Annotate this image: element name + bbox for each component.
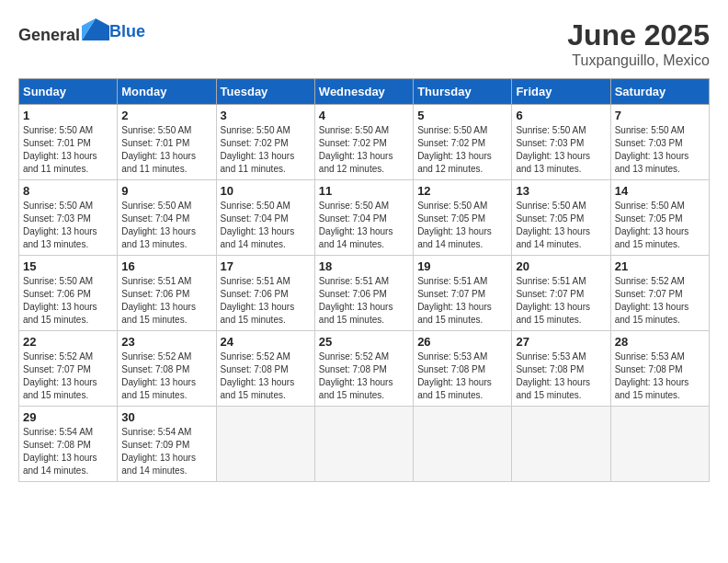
day-info-line: Sunset: 7:02 PM	[319, 138, 387, 148]
day-info-line: Sunrise: 5:50 AM	[23, 125, 93, 135]
day-number: 24	[221, 335, 311, 349]
day-info-line: Sunrise: 5:50 AM	[319, 125, 389, 135]
day-info: Sunrise: 5:54 AMSunset: 7:08 PMDaylight:…	[23, 426, 113, 477]
day-info: Sunrise: 5:50 AMSunset: 7:04 PMDaylight:…	[121, 200, 211, 251]
day-info-line: Daylight: 13 hours and 12 minutes.	[417, 151, 492, 174]
day-info-line: Sunset: 7:08 PM	[221, 364, 289, 374]
day-info-line: Sunset: 7:02 PM	[221, 138, 289, 148]
table-row: 1Sunrise: 5:50 AMSunset: 7:01 PMDaylight…	[19, 105, 118, 180]
calendar-body: 1Sunrise: 5:50 AMSunset: 7:01 PMDaylight…	[19, 105, 710, 482]
table-row: 6Sunrise: 5:50 AMSunset: 7:03 PMDaylight…	[512, 105, 610, 180]
day-info-line: Sunrise: 5:54 AM	[23, 427, 93, 437]
day-info: Sunrise: 5:52 AMSunset: 7:08 PMDaylight:…	[221, 350, 311, 402]
page-header: General Blue June 2025 Tuxpanguillo, Mex…	[18, 18, 710, 69]
table-row	[512, 407, 610, 482]
day-number: 10	[221, 184, 311, 198]
day-info-line: Sunrise: 5:52 AM	[615, 276, 685, 286]
table-row: 24Sunrise: 5:52 AMSunset: 7:08 PMDayligh…	[216, 331, 314, 407]
table-row: 7Sunrise: 5:50 AMSunset: 7:03 PMDaylight…	[610, 105, 709, 180]
day-number: 9	[121, 184, 211, 198]
day-info-line: Sunset: 7:08 PM	[121, 364, 189, 374]
day-info-line: Sunrise: 5:53 AM	[615, 351, 685, 362]
logo-icon	[82, 18, 109, 40]
day-number: 19	[417, 259, 507, 273]
day-info: Sunrise: 5:52 AMSunset: 7:08 PMDaylight:…	[319, 350, 409, 402]
table-row: 29Sunrise: 5:54 AMSunset: 7:08 PMDayligh…	[19, 407, 118, 482]
day-info-line: Sunset: 7:07 PM	[417, 289, 485, 299]
day-number: 30	[121, 410, 211, 424]
day-info-line: Sunrise: 5:52 AM	[23, 351, 93, 362]
day-info-line: Sunset: 7:05 PM	[615, 213, 683, 224]
day-info: Sunrise: 5:50 AMSunset: 7:04 PMDaylight:…	[221, 200, 311, 251]
day-info: Sunrise: 5:51 AMSunset: 7:07 PMDaylight:…	[516, 275, 606, 327]
table-row: 4Sunrise: 5:50 AMSunset: 7:02 PMDaylight…	[314, 105, 413, 180]
day-info: Sunrise: 5:50 AMSunset: 7:02 PMDaylight:…	[221, 124, 311, 176]
day-info-line: Sunset: 7:03 PM	[615, 138, 683, 148]
table-row: 15Sunrise: 5:50 AMSunset: 7:06 PMDayligh…	[19, 256, 118, 331]
day-info: Sunrise: 5:50 AMSunset: 7:05 PMDaylight:…	[417, 200, 507, 251]
table-row	[610, 407, 709, 482]
table-row	[216, 407, 314, 482]
day-info-line: Daylight: 13 hours and 13 minutes.	[121, 226, 196, 249]
day-info: Sunrise: 5:53 AMSunset: 7:08 PMDaylight:…	[615, 350, 705, 402]
day-info: Sunrise: 5:50 AMSunset: 7:05 PMDaylight:…	[516, 200, 606, 251]
day-number: 8	[23, 184, 113, 198]
day-info-line: Sunrise: 5:51 AM	[121, 276, 191, 286]
day-info-line: Sunrise: 5:50 AM	[121, 201, 191, 211]
day-info-line: Sunrise: 5:50 AM	[615, 125, 685, 135]
day-info: Sunrise: 5:50 AMSunset: 7:02 PMDaylight:…	[319, 124, 409, 176]
day-info-line: Sunset: 7:07 PM	[23, 364, 91, 374]
table-row: 9Sunrise: 5:50 AMSunset: 7:04 PMDaylight…	[118, 180, 216, 256]
table-row: 2Sunrise: 5:50 AMSunset: 7:01 PMDaylight…	[118, 105, 216, 180]
month-title: June 2025	[567, 18, 710, 52]
day-info-line: Sunset: 7:06 PM	[319, 289, 387, 299]
day-info-line: Daylight: 13 hours and 15 minutes.	[121, 377, 196, 400]
day-info-line: Daylight: 13 hours and 14 minutes.	[516, 226, 590, 249]
table-row: 17Sunrise: 5:51 AMSunset: 7:06 PMDayligh…	[216, 256, 314, 331]
day-info-line: Daylight: 13 hours and 14 minutes.	[221, 226, 295, 249]
day-info-line: Sunset: 7:04 PM	[319, 213, 387, 224]
table-row: 14Sunrise: 5:50 AMSunset: 7:05 PMDayligh…	[610, 180, 709, 256]
day-info: Sunrise: 5:52 AMSunset: 7:08 PMDaylight:…	[121, 350, 211, 402]
day-info-line: Sunset: 7:01 PM	[121, 138, 189, 148]
table-row: 10Sunrise: 5:50 AMSunset: 7:04 PMDayligh…	[216, 180, 314, 256]
day-info-line: Sunset: 7:05 PM	[417, 213, 485, 224]
col-wednesday: Wednesday	[314, 79, 413, 105]
day-info-line: Sunset: 7:01 PM	[23, 138, 91, 148]
table-row: 13Sunrise: 5:50 AMSunset: 7:05 PMDayligh…	[512, 180, 610, 256]
day-info-line: Daylight: 13 hours and 15 minutes.	[615, 226, 689, 249]
day-number: 17	[221, 259, 311, 273]
day-info-line: Sunset: 7:08 PM	[615, 364, 683, 374]
col-monday: Monday	[118, 79, 216, 105]
day-info-line: Sunset: 7:08 PM	[417, 364, 485, 374]
day-info-line: Daylight: 13 hours and 13 minutes.	[516, 151, 590, 174]
day-info-line: Sunset: 7:03 PM	[23, 213, 91, 224]
day-info: Sunrise: 5:50 AMSunset: 7:03 PMDaylight:…	[516, 124, 606, 176]
day-info: Sunrise: 5:50 AMSunset: 7:02 PMDaylight:…	[417, 124, 507, 176]
day-info-line: Sunset: 7:02 PM	[417, 138, 485, 148]
day-info-line: Daylight: 13 hours and 15 minutes.	[221, 377, 295, 400]
day-info-line: Sunrise: 5:50 AM	[221, 125, 290, 135]
day-info: Sunrise: 5:50 AMSunset: 7:03 PMDaylight:…	[23, 200, 113, 251]
day-info-line: Sunset: 7:06 PM	[221, 289, 289, 299]
title-area: June 2025 Tuxpanguillo, Mexico	[567, 18, 710, 69]
day-info-line: Sunset: 7:03 PM	[516, 138, 584, 148]
day-number: 26	[417, 335, 507, 349]
day-info-line: Daylight: 13 hours and 15 minutes.	[23, 302, 97, 325]
day-info: Sunrise: 5:50 AMSunset: 7:03 PMDaylight:…	[615, 124, 705, 176]
table-row: 12Sunrise: 5:50 AMSunset: 7:05 PMDayligh…	[414, 180, 512, 256]
day-info-line: Sunset: 7:04 PM	[221, 213, 289, 224]
day-number: 28	[615, 335, 705, 349]
day-info-line: Sunrise: 5:50 AM	[615, 201, 685, 211]
table-row: 28Sunrise: 5:53 AMSunset: 7:08 PMDayligh…	[610, 331, 709, 407]
day-info-line: Daylight: 13 hours and 15 minutes.	[319, 377, 393, 400]
calendar-week: 15Sunrise: 5:50 AMSunset: 7:06 PMDayligh…	[19, 256, 710, 331]
day-info-line: Sunset: 7:08 PM	[319, 364, 387, 374]
day-number: 15	[23, 259, 113, 273]
day-number: 27	[516, 335, 606, 349]
day-info-line: Sunrise: 5:51 AM	[516, 276, 586, 286]
day-info-line: Sunset: 7:04 PM	[121, 213, 189, 224]
day-info-line: Daylight: 13 hours and 15 minutes.	[516, 377, 590, 400]
table-row: 3Sunrise: 5:50 AMSunset: 7:02 PMDaylight…	[216, 105, 314, 180]
col-thursday: Thursday	[414, 79, 512, 105]
